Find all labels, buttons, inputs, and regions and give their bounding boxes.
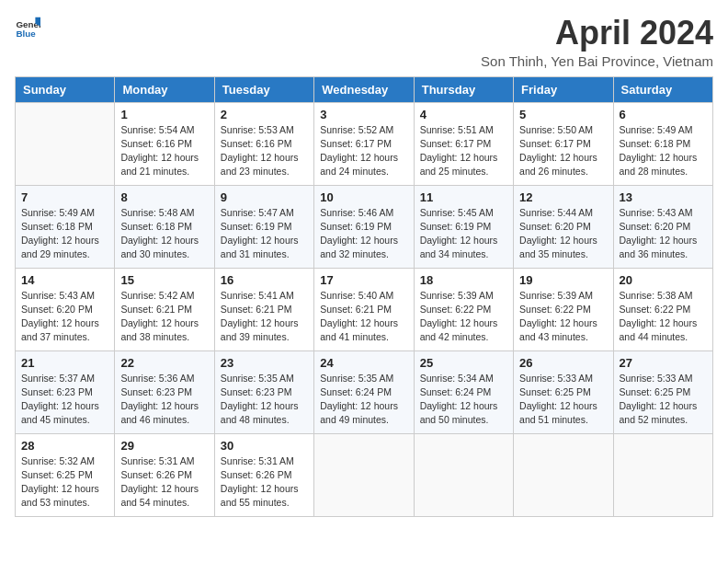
col-header-thursday: Thursday	[414, 76, 513, 102]
week-row-2: 7Sunrise: 5:49 AMSunset: 6:18 PMDaylight…	[16, 185, 713, 268]
day-number: 17	[320, 273, 407, 287]
calendar-cell: 15Sunrise: 5:42 AMSunset: 6:21 PMDayligh…	[115, 268, 214, 350]
day-info: Sunrise: 5:39 AMSunset: 6:22 PMDaylight:…	[519, 289, 607, 345]
col-header-sunday: Sunday	[16, 76, 115, 102]
calendar-cell: 12Sunrise: 5:44 AMSunset: 6:20 PMDayligh…	[514, 185, 613, 268]
day-info: Sunrise: 5:47 AMSunset: 6:19 PMDaylight:…	[221, 206, 308, 262]
col-header-monday: Monday	[115, 76, 214, 102]
week-row-3: 14Sunrise: 5:43 AMSunset: 6:20 PMDayligh…	[16, 268, 713, 350]
calendar-cell: 5Sunrise: 5:50 AMSunset: 6:17 PMDaylight…	[514, 102, 613, 185]
day-number: 19	[519, 273, 607, 287]
calendar-cell: 8Sunrise: 5:48 AMSunset: 6:18 PMDaylight…	[115, 185, 214, 268]
calendar-cell: 24Sunrise: 5:35 AMSunset: 6:24 PMDayligh…	[314, 350, 414, 433]
day-info: Sunrise: 5:35 AMSunset: 6:23 PMDaylight:…	[221, 372, 308, 428]
day-info: Sunrise: 5:49 AMSunset: 6:18 PMDaylight:…	[620, 123, 707, 179]
day-info: Sunrise: 5:54 AMSunset: 6:16 PMDaylight:…	[120, 123, 208, 179]
day-info: Sunrise: 5:45 AMSunset: 6:19 PMDaylight:…	[420, 206, 507, 262]
day-info: Sunrise: 5:32 AMSunset: 6:25 PMDaylight:…	[21, 454, 108, 511]
calendar-cell: 21Sunrise: 5:37 AMSunset: 6:23 PMDayligh…	[16, 350, 115, 433]
day-number: 12	[519, 190, 607, 204]
day-info: Sunrise: 5:33 AMSunset: 6:25 PMDaylight:…	[519, 372, 607, 428]
day-number: 25	[420, 356, 507, 370]
day-number: 21	[21, 356, 108, 370]
calendar-cell: 9Sunrise: 5:47 AMSunset: 6:19 PMDaylight…	[214, 185, 313, 268]
calendar-cell: 7Sunrise: 5:49 AMSunset: 6:18 PMDaylight…	[16, 185, 115, 268]
calendar-cell	[613, 433, 712, 516]
day-number: 11	[420, 190, 507, 204]
day-number: 7	[21, 190, 108, 204]
day-number: 29	[120, 439, 208, 453]
day-info: Sunrise: 5:40 AMSunset: 6:21 PMDaylight:…	[320, 289, 407, 345]
day-number: 26	[519, 356, 607, 370]
day-info: Sunrise: 5:34 AMSunset: 6:24 PMDaylight:…	[420, 372, 507, 428]
calendar-table: SundayMondayTuesdayWednesdayThursdayFrid…	[15, 76, 713, 517]
calendar-cell: 14Sunrise: 5:43 AMSunset: 6:20 PMDayligh…	[16, 268, 115, 350]
day-number: 9	[221, 190, 308, 204]
day-info: Sunrise: 5:39 AMSunset: 6:22 PMDaylight:…	[420, 289, 507, 345]
day-info: Sunrise: 5:43 AMSunset: 6:20 PMDaylight:…	[620, 206, 707, 262]
calendar-cell: 1Sunrise: 5:54 AMSunset: 6:16 PMDaylight…	[115, 102, 214, 185]
svg-text:Blue: Blue	[16, 29, 36, 39]
day-number: 13	[620, 190, 707, 204]
logo-icon: General Blue	[15, 15, 40, 40]
calendar-cell: 13Sunrise: 5:43 AMSunset: 6:20 PMDayligh…	[613, 185, 712, 268]
day-number: 4	[420, 108, 507, 121]
title-block: April 2024 Son Thinh, Yen Bai Province, …	[481, 15, 713, 69]
calendar-cell: 18Sunrise: 5:39 AMSunset: 6:22 PMDayligh…	[414, 268, 513, 350]
calendar-header-row: SundayMondayTuesdayWednesdayThursdayFrid…	[16, 76, 713, 102]
calendar-cell: 22Sunrise: 5:36 AMSunset: 6:23 PMDayligh…	[115, 350, 214, 433]
calendar-cell: 25Sunrise: 5:34 AMSunset: 6:24 PMDayligh…	[414, 350, 513, 433]
col-header-saturday: Saturday	[613, 76, 712, 102]
day-number: 3	[320, 108, 407, 121]
day-number: 8	[120, 190, 208, 204]
calendar-cell: 11Sunrise: 5:45 AMSunset: 6:19 PMDayligh…	[414, 185, 513, 268]
day-info: Sunrise: 5:50 AMSunset: 6:17 PMDaylight:…	[519, 123, 607, 179]
calendar-cell: 20Sunrise: 5:38 AMSunset: 6:22 PMDayligh…	[613, 268, 712, 350]
calendar-cell: 19Sunrise: 5:39 AMSunset: 6:22 PMDayligh…	[514, 268, 613, 350]
day-number: 24	[320, 356, 407, 370]
calendar-cell	[414, 433, 513, 516]
calendar-cell	[16, 102, 115, 185]
day-number: 16	[221, 273, 308, 287]
calendar-cell: 26Sunrise: 5:33 AMSunset: 6:25 PMDayligh…	[514, 350, 613, 433]
calendar-cell: 6Sunrise: 5:49 AMSunset: 6:18 PMDaylight…	[613, 102, 712, 185]
day-info: Sunrise: 5:44 AMSunset: 6:20 PMDaylight:…	[519, 206, 607, 262]
day-info: Sunrise: 5:51 AMSunset: 6:17 PMDaylight:…	[420, 123, 507, 179]
day-info: Sunrise: 5:35 AMSunset: 6:24 PMDaylight:…	[320, 372, 407, 428]
calendar-cell: 23Sunrise: 5:35 AMSunset: 6:23 PMDayligh…	[214, 350, 313, 433]
day-info: Sunrise: 5:41 AMSunset: 6:21 PMDaylight:…	[221, 289, 308, 345]
calendar-cell: 3Sunrise: 5:52 AMSunset: 6:17 PMDaylight…	[314, 102, 414, 185]
calendar-cell: 16Sunrise: 5:41 AMSunset: 6:21 PMDayligh…	[214, 268, 313, 350]
calendar-body: 1Sunrise: 5:54 AMSunset: 6:16 PMDaylight…	[16, 102, 713, 516]
week-row-4: 21Sunrise: 5:37 AMSunset: 6:23 PMDayligh…	[16, 350, 713, 433]
day-info: Sunrise: 5:36 AMSunset: 6:23 PMDaylight:…	[120, 372, 208, 428]
calendar-cell: 29Sunrise: 5:31 AMSunset: 6:26 PMDayligh…	[115, 433, 214, 516]
day-info: Sunrise: 5:37 AMSunset: 6:23 PMDaylight:…	[21, 372, 108, 428]
subtitle: Son Thinh, Yen Bai Province, Vietnam	[481, 53, 713, 69]
day-number: 18	[420, 273, 507, 287]
calendar-cell: 17Sunrise: 5:40 AMSunset: 6:21 PMDayligh…	[314, 268, 414, 350]
calendar-cell: 30Sunrise: 5:31 AMSunset: 6:26 PMDayligh…	[214, 433, 313, 516]
week-row-5: 28Sunrise: 5:32 AMSunset: 6:25 PMDayligh…	[16, 433, 713, 516]
day-number: 10	[320, 190, 407, 204]
day-info: Sunrise: 5:33 AMSunset: 6:25 PMDaylight:…	[620, 372, 707, 428]
day-number: 14	[21, 273, 108, 287]
day-number: 20	[620, 273, 707, 287]
day-info: Sunrise: 5:38 AMSunset: 6:22 PMDaylight:…	[620, 289, 707, 345]
day-number: 30	[221, 439, 308, 453]
calendar-cell: 10Sunrise: 5:46 AMSunset: 6:19 PMDayligh…	[314, 185, 414, 268]
day-info: Sunrise: 5:52 AMSunset: 6:17 PMDaylight:…	[320, 123, 407, 179]
day-number: 28	[21, 439, 108, 453]
logo: General Blue	[15, 15, 40, 40]
day-number: 2	[221, 108, 308, 121]
calendar-cell: 4Sunrise: 5:51 AMSunset: 6:17 PMDaylight…	[414, 102, 513, 185]
header: General Blue April 2024 Son Thinh, Yen B…	[15, 15, 713, 69]
calendar-cell: 2Sunrise: 5:53 AMSunset: 6:16 PMDaylight…	[214, 102, 313, 185]
day-number: 27	[620, 356, 707, 370]
col-header-tuesday: Tuesday	[214, 76, 313, 102]
day-info: Sunrise: 5:42 AMSunset: 6:21 PMDaylight:…	[120, 289, 208, 345]
day-info: Sunrise: 5:31 AMSunset: 6:26 PMDaylight:…	[120, 454, 208, 511]
calendar-cell	[514, 433, 613, 516]
day-info: Sunrise: 5:46 AMSunset: 6:19 PMDaylight:…	[320, 206, 407, 262]
day-number: 5	[519, 108, 607, 121]
